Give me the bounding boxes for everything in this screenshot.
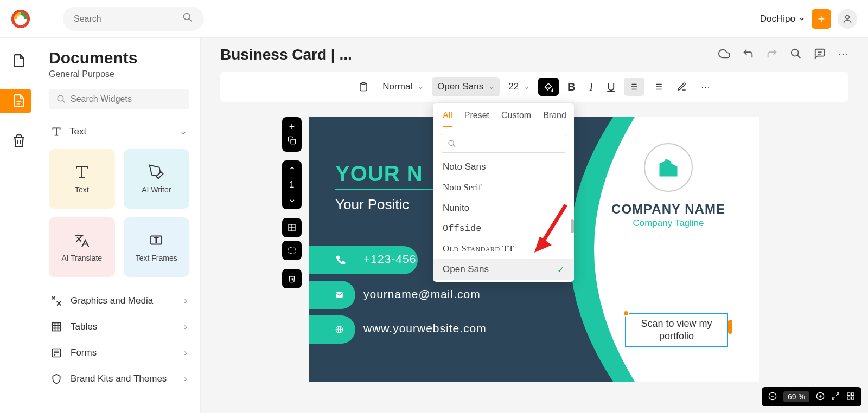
font-option[interactable]: Open Sans✓ <box>433 259 574 280</box>
font-dropdown[interactable]: All Preset Custom Brand Noto SansNoto Se… <box>433 103 574 282</box>
redo-button[interactable] <box>766 48 778 62</box>
bold-button[interactable]: B <box>562 76 580 98</box>
web-pill[interactable] <box>309 315 355 344</box>
company-name[interactable]: COMPANY NAME <box>598 202 739 217</box>
list-button[interactable] <box>648 78 668 96</box>
zoom-percentage[interactable]: 69 % <box>783 391 809 402</box>
delete-page-button[interactable] <box>282 269 302 288</box>
comment-button[interactable] <box>814 48 826 62</box>
card-name[interactable]: YOUR N <box>335 162 423 186</box>
font-tab-custom[interactable]: Custom <box>501 111 531 127</box>
font-search[interactable] <box>441 134 566 153</box>
more-button[interactable]: ⋯ <box>838 48 848 62</box>
frame-icon: T <box>148 232 164 248</box>
user-avatar-button[interactable] <box>838 9 857 29</box>
clipboard-button[interactable] <box>353 78 374 96</box>
underline-button[interactable]: U <box>602 76 620 98</box>
font-tab-brand[interactable]: Brand <box>543 111 566 127</box>
widget-ai-writer[interactable]: AI Writer <box>124 149 190 209</box>
left-rail <box>0 38 38 413</box>
font-size-selector[interactable]: 22⌄ <box>503 77 535 96</box>
selection-handle[interactable] <box>623 310 629 317</box>
search-button[interactable] <box>790 48 802 62</box>
svg-rect-53 <box>851 393 854 396</box>
font-tab-preset[interactable]: Preset <box>464 111 489 127</box>
topbar: DocHipo + <box>0 0 868 38</box>
card-position[interactable]: Your Positic <box>335 196 409 213</box>
font-option[interactable]: Offside <box>433 218 574 238</box>
side-panel: Documents General Purpose Text ⌄ Text AI… <box>38 38 201 413</box>
card-phone[interactable]: +123-456 <box>363 253 416 266</box>
svg-line-51 <box>832 397 835 399</box>
document-title[interactable]: Business Card | ... <box>220 46 352 63</box>
card-web[interactable]: www.yourwebsite.com <box>363 322 487 335</box>
font-option[interactable]: Noto Sans <box>433 160 574 177</box>
widget-search-input[interactable] <box>71 94 182 104</box>
font-list[interactable]: Noto SansNoto SerifNunitoOffsideOld Stan… <box>433 159 574 282</box>
page-add-group: + <box>282 117 302 152</box>
widget-ai-translate[interactable]: AI Translate <box>49 217 115 277</box>
widget-text[interactable]: Text <box>49 149 115 209</box>
font-search-input[interactable] <box>456 139 559 148</box>
svg-rect-42 <box>289 247 295 254</box>
selected-text-scan[interactable]: Scan to view my portfolio <box>625 313 728 347</box>
workspace-selector[interactable]: DocHipo <box>760 14 805 24</box>
company-tagline[interactable]: Company Tagline <box>598 218 739 229</box>
widget-search[interactable] <box>49 89 189 109</box>
italic-button[interactable]: I <box>584 76 599 98</box>
font-option[interactable]: Noto Serif <box>433 177 574 198</box>
card-email[interactable]: yourname@mail.com <box>363 288 481 301</box>
page-number: 1 <box>290 180 295 190</box>
svg-marker-1 <box>18 16 24 22</box>
selection-side-handle[interactable] <box>728 320 732 334</box>
global-search[interactable] <box>63 7 204 31</box>
highlight-button[interactable] <box>672 78 692 96</box>
font-tab-all[interactable]: All <box>443 111 452 127</box>
category-brand-kits[interactable]: Brand Kits and Themes› <box>49 366 189 392</box>
table-icon <box>51 321 62 332</box>
svg-rect-38 <box>291 139 296 144</box>
text-style-selector[interactable]: Normal⌄ <box>377 77 429 96</box>
globe-icon <box>335 324 343 335</box>
email-pill[interactable] <box>309 281 355 309</box>
new-document-button[interactable]: + <box>812 9 831 29</box>
qr-code[interactable] <box>651 261 700 309</box>
global-search-input[interactable] <box>74 14 182 24</box>
toolbar-more-button[interactable]: ⋯ <box>695 77 716 97</box>
company-block[interactable]: COMPANY NAME Company Tagline <box>598 143 739 229</box>
font-option[interactable]: Nunito <box>433 198 574 218</box>
grid-view-button[interactable] <box>846 392 855 402</box>
scrollbar-thumb[interactable] <box>571 219 574 233</box>
logo-icon <box>11 9 30 29</box>
company-logo[interactable] <box>644 143 693 192</box>
panel-title: Documents <box>49 49 189 67</box>
rail-documents-icon[interactable] <box>7 49 31 73</box>
widget-text-frames[interactable]: T Text Frames <box>124 217 190 277</box>
category-tables[interactable]: Tables› <box>49 314 189 340</box>
page-prev-button[interactable]: ⌃ <box>288 165 296 177</box>
align-button[interactable] <box>624 78 644 96</box>
undo-button[interactable] <box>742 48 754 62</box>
add-page-button[interactable]: + <box>289 121 295 133</box>
fullscreen-button[interactable] <box>831 392 840 402</box>
panel-subtitle: General Purpose <box>49 69 189 79</box>
category-forms[interactable]: Forms› <box>49 340 189 366</box>
zoom-out-button[interactable] <box>768 392 777 402</box>
cloud-sync-icon[interactable] <box>718 48 730 62</box>
zoom-in-button[interactable] <box>816 392 825 402</box>
section-text[interactable]: Text ⌄ <box>49 120 189 143</box>
fill-color-button[interactable] <box>538 78 559 96</box>
user-icon <box>842 14 853 24</box>
category-graphics[interactable]: Graphics and Media› <box>49 288 189 314</box>
page-next-button[interactable]: ⌄ <box>288 193 296 205</box>
font-selector[interactable]: Open Sans⌄ <box>432 77 500 96</box>
svg-line-8 <box>62 100 65 103</box>
svg-point-2 <box>184 14 190 20</box>
rail-trash-icon[interactable] <box>7 129 31 153</box>
page-nav-group: ⌃ 1 ⌄ <box>282 160 302 209</box>
rail-editor-icon[interactable] <box>0 89 31 113</box>
duplicate-page-button[interactable] <box>288 136 296 147</box>
font-option[interactable]: Old Standard TT <box>433 238 574 259</box>
grid-button[interactable] <box>282 241 302 260</box>
layout-button[interactable] <box>282 218 302 237</box>
